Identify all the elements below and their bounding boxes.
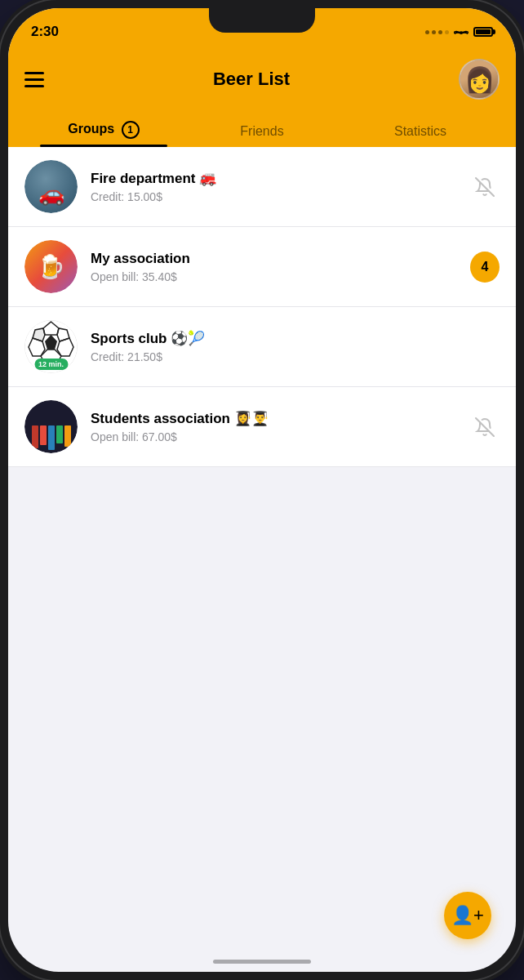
home-indicator xyxy=(213,960,311,964)
groups-list: 🚗 Fire department 🚒 Credit: 15.00$ xyxy=(8,147,516,467)
group-name: Sports club ⚽🎾 xyxy=(91,330,470,347)
menu-button[interactable] xyxy=(24,72,44,87)
app-header: Beer List Groups 1 Friends Statistics xyxy=(8,49,516,147)
bell-muted-icon xyxy=(475,177,495,197)
group-name: My association xyxy=(91,251,470,267)
tabs: Groups 1 Friends Statistics xyxy=(24,113,500,147)
status-icons xyxy=(425,24,493,39)
group-info: Sports club ⚽🎾 Credit: 21.50$ xyxy=(91,330,470,363)
notch xyxy=(209,8,315,33)
list-item[interactable]: 🚗 Fire department 🚒 Credit: 15.00$ xyxy=(8,147,516,227)
phone-frame: 2:30 xyxy=(0,0,524,980)
tab-friends[interactable]: Friends xyxy=(183,116,341,147)
bell-muted-icon xyxy=(475,417,495,437)
notification-badge: 4 xyxy=(470,252,500,283)
battery-icon xyxy=(473,27,493,37)
svg-line-0 xyxy=(476,178,494,196)
group-action[interactable] xyxy=(470,417,500,437)
signal-icon xyxy=(425,30,449,34)
group-avatar-sports: 12 min. xyxy=(24,320,78,373)
tab-statistics[interactable]: Statistics xyxy=(341,116,500,147)
svg-line-11 xyxy=(476,418,494,436)
group-info: Students association 👩‍🎓👨‍🎓 Open bill: 6… xyxy=(91,410,470,443)
group-status: Open bill: 67.00$ xyxy=(91,430,470,443)
group-info: Fire department 🚒 Credit: 15.00$ xyxy=(91,170,470,203)
groups-badge: 1 xyxy=(122,121,140,139)
group-name: Students association 👩‍🎓👨‍🎓 xyxy=(91,410,470,427)
list-item[interactable]: 🍺 My association Open bill: 35.40$ 4 xyxy=(8,227,516,307)
tab-groups[interactable]: Groups 1 xyxy=(24,113,183,147)
time-badge: 12 min. xyxy=(34,359,68,370)
group-avatar-fire: 🚗 xyxy=(24,160,78,213)
group-status: Credit: 15.00$ xyxy=(91,190,470,203)
list-item[interactable]: 12 min. Sports club ⚽🎾 Credit: 21.50$ xyxy=(8,307,516,387)
group-status: Open bill: 35.40$ xyxy=(91,270,470,283)
group-name: Fire department 🚒 xyxy=(91,170,470,187)
wifi-icon xyxy=(454,24,468,39)
group-avatar-assoc: 🍺 xyxy=(24,240,78,293)
add-group-icon: 👤+ xyxy=(451,905,484,926)
status-time: 2:30 xyxy=(31,24,59,40)
group-avatar-students xyxy=(24,400,78,453)
group-action[interactable]: 4 xyxy=(470,252,500,283)
phone-screen: 2:30 xyxy=(8,8,516,972)
group-action[interactable] xyxy=(470,177,500,197)
add-group-button[interactable]: 👤+ xyxy=(444,892,491,939)
group-status: Credit: 21.50$ xyxy=(91,350,470,363)
group-info: My association Open bill: 35.40$ xyxy=(91,251,470,283)
avatar[interactable] xyxy=(459,59,500,100)
page-title: Beer List xyxy=(213,69,290,90)
list-item[interactable]: Students association 👩‍🎓👨‍🎓 Open bill: 6… xyxy=(8,387,516,467)
